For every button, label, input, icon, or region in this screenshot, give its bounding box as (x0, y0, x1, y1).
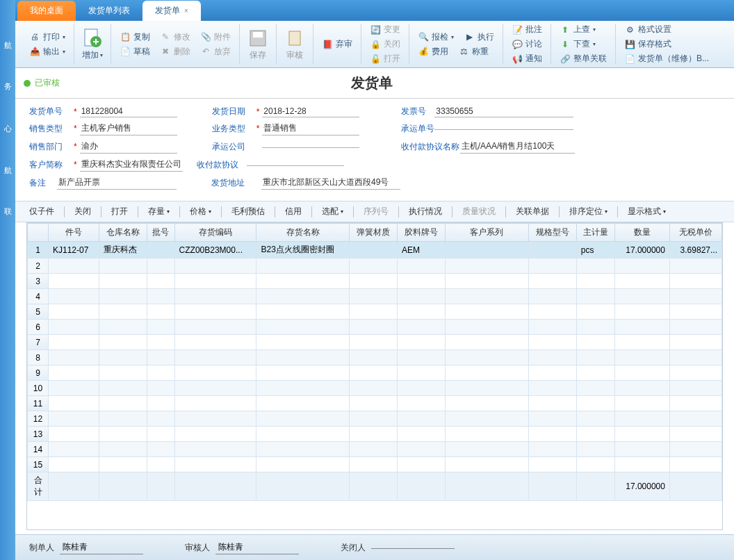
col-uom[interactable]: 主计量 (576, 224, 614, 242)
match-button[interactable]: 选配▾ (316, 204, 349, 219)
payname-value[interactable]: 主机/AAA/销售月结100天 (460, 140, 575, 154)
remark-value[interactable]: 新产品开票 (57, 176, 177, 190)
discuss-button[interactable]: 💬讨论 (509, 37, 545, 51)
invoice-label[interactable]: 发票号 (401, 106, 434, 117)
remark-label[interactable]: 备注 (29, 177, 57, 189)
shipno2-label[interactable]: 承运单号 (401, 123, 434, 135)
invoice-value[interactable]: 33350655 (434, 106, 573, 117)
shipno-label[interactable]: 发货单号 (29, 106, 71, 117)
col-series[interactable]: 客户系列 (445, 224, 528, 242)
up-button[interactable]: ⬆上查▾ (557, 22, 610, 37)
draft-button[interactable]: 📄草稿 (117, 44, 153, 59)
col-batch[interactable]: 批号 (147, 224, 174, 242)
table-row[interactable]: 7 (28, 335, 722, 350)
display-button[interactable]: 显示格式▾ (622, 204, 671, 219)
notify-button[interactable]: 📢通知 (509, 51, 545, 66)
tab-shiplist[interactable]: 发货单列表 (76, 1, 142, 21)
price-button[interactable]: 价格▾ (184, 204, 217, 219)
shipdate-label[interactable]: 发货日期 (212, 106, 254, 117)
copy-button[interactable]: 📋复制 (117, 30, 153, 44)
table-row[interactable]: 5 (28, 304, 722, 320)
carrier-value[interactable] (262, 146, 359, 148)
sort-button[interactable]: 排序定位▾ (564, 204, 613, 219)
customer-label[interactable]: 客户简称 (29, 159, 71, 171)
col-wh[interactable]: 仓库名称 (99, 224, 147, 242)
saveformat-button[interactable]: 💾保存格式 (621, 37, 712, 51)
exec-button[interactable]: 执行情况 (403, 204, 448, 219)
saletype-label[interactable]: 销售类型 (29, 123, 71, 135)
shipno-value[interactable]: 181228004 (80, 106, 177, 117)
table-row[interactable]: 2 (28, 258, 722, 274)
print-button[interactable]: 🖨打印▾ (26, 30, 68, 44)
format-button[interactable]: ⚙格式设置 (621, 22, 712, 37)
repair-button[interactable]: 📄发货单（维修）B... (621, 51, 712, 66)
onlychild-button[interactable]: 仅子件 (24, 204, 60, 219)
close2-button[interactable]: 关闭 (69, 204, 97, 219)
seqno-button[interactable]: 序列号 (358, 204, 394, 219)
quality-button[interactable]: 质量状况 (457, 204, 501, 219)
col-name[interactable]: 存货名称 (256, 224, 350, 242)
table-row[interactable]: 8 (28, 350, 722, 365)
table-row[interactable]: 1KJ112-07重庆科杰CZZ00B23M00...B23点火线圈密封圈AEM… (28, 242, 722, 258)
table-row[interactable]: 3 (28, 274, 722, 289)
col-qty[interactable]: 数量 (615, 224, 670, 242)
table-row[interactable]: 13 (28, 427, 722, 442)
payproto-value[interactable] (247, 164, 344, 166)
data-grid[interactable]: 件号 仓库名称 批号 存货编码 存货名称 弹簧材质 胶料牌号 客户系列 规格型号… (26, 222, 723, 530)
export-button[interactable]: 📤输出▾ (26, 44, 68, 59)
table-row[interactable]: 10 (28, 381, 722, 396)
abandon-button[interactable]: 📕弃审 (319, 37, 355, 51)
dept-value[interactable]: 渝办 (80, 140, 177, 154)
attachment-button[interactable]: 📎附件 (197, 30, 234, 44)
saletype-value[interactable]: 主机客户销售 (80, 122, 177, 135)
close-icon[interactable]: × (184, 7, 188, 15)
link-button[interactable]: 🔗整单关联 (557, 51, 610, 66)
add-button[interactable]: 增加▾ (82, 49, 103, 61)
table-row[interactable]: 4 (28, 289, 722, 304)
table-row[interactable]: 11 (28, 396, 722, 411)
biztype-value[interactable]: 普通销售 (262, 122, 359, 135)
table-row[interactable]: 6 (28, 320, 722, 335)
biztype-label[interactable]: 业务类型 (212, 123, 254, 135)
shipdate-value[interactable]: 2018-12-28 (262, 106, 359, 117)
col-rubber[interactable]: 胶料牌号 (398, 224, 446, 242)
table-row[interactable]: 15 (28, 457, 722, 472)
carrier-label[interactable]: 承运公司 (212, 141, 254, 153)
stock-button[interactable]: 存量▾ (142, 204, 175, 219)
col-code[interactable]: 存货编码 (174, 224, 256, 242)
addr-value[interactable]: 重庆市北部新区天山大道西段49号 (261, 176, 400, 190)
release-button[interactable]: ↶放弃 (197, 44, 234, 59)
table-row[interactable]: 14 (28, 442, 722, 457)
col-spec[interactable]: 规格型号 (528, 224, 576, 242)
table-row[interactable]: 12 (28, 411, 722, 427)
change-button[interactable]: 🔄变更 (367, 22, 403, 37)
weigh-button[interactable]: ⚖称重 (455, 44, 491, 59)
execute-button[interactable]: ▶执行 (461, 30, 497, 44)
col-spring[interactable]: 弹簧材质 (350, 224, 398, 242)
batch-button[interactable]: 📝批注 (509, 22, 545, 37)
tab-shipment[interactable]: 发货单 × (142, 1, 201, 21)
linkdoc-button[interactable]: 关联单据 (510, 204, 555, 219)
addr-label[interactable]: 发货地址 (211, 177, 253, 189)
down-button[interactable]: ⬇下查▾ (557, 37, 610, 51)
open-button[interactable]: 🔓打开 (367, 51, 403, 66)
table-row[interactable]: 9 (28, 365, 722, 381)
payproto-label[interactable]: 收付款协议 (197, 159, 241, 171)
inspect-button[interactable]: 🔍报检▾ (415, 30, 457, 44)
shipno2-value[interactable] (434, 128, 573, 130)
audit-button[interactable]: 审核 (286, 49, 303, 61)
customer-value[interactable]: 重庆科杰实业有限责任公司 (80, 158, 183, 172)
delete-button[interactable]: ✖删除 (157, 44, 193, 59)
fee-button[interactable]: 💰费用 (415, 44, 451, 59)
payname-label[interactable]: 收付款协议名称 (401, 141, 460, 153)
col-partno[interactable]: 件号 (49, 224, 99, 242)
save-button[interactable]: 保存 (250, 49, 266, 61)
gross-button[interactable]: 毛利预估 (226, 204, 270, 219)
open2-button[interactable]: 打开 (106, 204, 133, 219)
col-price[interactable]: 无税单价 (669, 224, 721, 242)
close-button[interactable]: 🔒关闭 (367, 37, 403, 51)
modify-button[interactable]: ✎修改 (157, 30, 193, 44)
tab-desktop[interactable]: 我的桌面 (17, 1, 76, 21)
dept-label[interactable]: 销售部门 (29, 141, 71, 153)
credit-button[interactable]: 信用 (279, 204, 307, 219)
